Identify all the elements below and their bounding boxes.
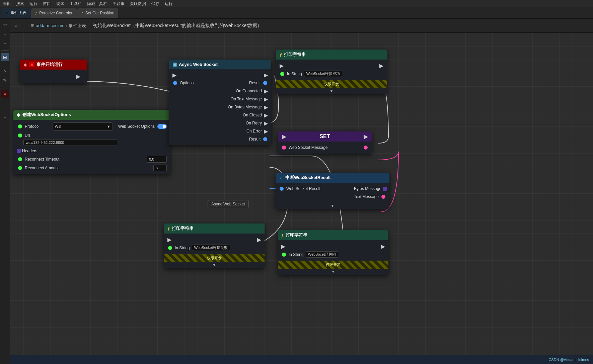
break-ws-result-label: Web Socket Result bbox=[286, 186, 320, 191]
toolbar-back[interactable]: ← bbox=[1, 30, 9, 38]
menu-run[interactable]: 运行 bbox=[29, 1, 38, 7]
menu-window[interactable]: 窗口 bbox=[43, 1, 51, 7]
ws-options-collapse-arrow[interactable]: ▲ bbox=[90, 173, 94, 174]
toolbar-divider-3 bbox=[1, 87, 9, 87]
print3-title: 打印字符串 bbox=[286, 232, 307, 238]
print2-title: 打印字符串 bbox=[172, 225, 194, 232]
bc-forward-btn[interactable]: → bbox=[25, 23, 29, 28]
print3-dev-label: 仅限开发 bbox=[326, 262, 341, 267]
toolbar-pencil[interactable]: ✎ bbox=[1, 76, 9, 84]
tab-label-event-graph: 事件图表 bbox=[10, 10, 26, 16]
url-input[interactable] bbox=[23, 139, 117, 146]
break-ws-header: ↔ 中断WebSocketResult bbox=[276, 173, 389, 183]
protocol-value: WS bbox=[55, 124, 61, 128]
async-ws-on-retry-row: On Retry ▶ bbox=[169, 119, 271, 127]
ws-options-url-label-row: Url bbox=[17, 133, 30, 138]
set-ws-msg-left: Web Socket Message bbox=[281, 145, 328, 150]
menu-search[interactable]: 搜索 bbox=[16, 1, 24, 7]
toolbar-red-dot[interactable]: ● bbox=[1, 90, 9, 98]
async-ws-header: ▣ Async Web Socket bbox=[169, 60, 271, 69]
async-ws-on-bytes-msg-row: On Bytes Message ▶ bbox=[169, 103, 271, 111]
result2-label: Result bbox=[249, 137, 261, 142]
bc-star-icon[interactable]: ☆ bbox=[14, 23, 18, 28]
toolbar-bookmark[interactable]: ☆ bbox=[1, 21, 9, 29]
break-ws-result-row: Web Socket Result Bytes Message bbox=[276, 185, 389, 193]
menu-assoc-data[interactable]: 关联数据 bbox=[130, 1, 146, 7]
on-text-msg-exec: ▶ bbox=[263, 96, 269, 102]
tab-bar: ⊞ 事件图表 ƒ Perceive Controler ƒ Set Car Po… bbox=[0, 7, 593, 19]
set-exec-in: ▶ bbox=[281, 134, 287, 139]
on-closed-exec: ▶ bbox=[263, 112, 269, 118]
print3-dev-only: 仅限开发 bbox=[278, 261, 388, 269]
print1-dev-label: 仅限开发 bbox=[324, 82, 339, 87]
set-title: SET bbox=[319, 133, 330, 140]
print1-exec-in: ▶ bbox=[279, 63, 284, 68]
bc-grid-icon[interactable]: ⊞ bbox=[31, 23, 34, 28]
toolbar-grid[interactable]: ⊞ bbox=[1, 53, 9, 61]
print2-header: ƒ 打印字符串 bbox=[164, 223, 265, 234]
headers-icon bbox=[17, 149, 21, 153]
url-input-wrapper bbox=[23, 139, 117, 146]
menu-assoc-event[interactable]: 关联事 bbox=[113, 1, 125, 7]
print2-instring-label: In String bbox=[175, 246, 190, 250]
tooltip-text: Async Web Socket bbox=[211, 202, 245, 206]
options-pin bbox=[173, 81, 177, 85]
tab-label-perceive: Perceive Controler bbox=[39, 11, 72, 15]
menu-bar: 编辑 搜索 运行 窗口 调试 工具栏 隐藏工具栏 关联事 关联数据 保存 运行 bbox=[0, 0, 593, 7]
tab-set-car[interactable]: ƒ Set Car Position bbox=[77, 8, 119, 18]
on-connected-exec: ▶ bbox=[263, 88, 269, 94]
reconnect-amount-pin bbox=[18, 166, 22, 170]
node-event-start: ◆ ■ 事件开始运行 ▶ bbox=[20, 60, 87, 83]
tab-perceive[interactable]: ƒ Perceive Controler bbox=[31, 8, 77, 18]
reconnect-timeout-input[interactable] bbox=[147, 156, 167, 163]
print2-instring-pin bbox=[168, 246, 172, 250]
canvas[interactable]: 🕐 ◆ ■ 事件开始运行 ▶ ◈ 创建WebSocketOptions Prot… bbox=[10, 33, 593, 355]
menu-hide-toolbar[interactable]: 隐藏工具栏 bbox=[87, 1, 107, 7]
toolbar-forward[interactable]: → bbox=[1, 39, 9, 48]
reconnect-amount-label: Reconnect Amount bbox=[25, 166, 153, 170]
toolbar-minus[interactable]: − bbox=[1, 104, 9, 112]
bc-home[interactable]: addam-cesium bbox=[36, 23, 64, 28]
result-label: Result bbox=[249, 81, 261, 85]
print2-exec-out: ▶ bbox=[256, 237, 262, 242]
on-error-exec: ▶ bbox=[263, 128, 269, 134]
ws-options-output-label: Web Socket Options bbox=[118, 124, 155, 129]
reconnect-timeout-label: Reconnect Timeout bbox=[25, 157, 147, 162]
print3-exec-out: ▶ bbox=[380, 244, 386, 249]
on-text-message-label: On Text Message bbox=[231, 97, 262, 101]
print2-collapse-arrow[interactable]: ▼ bbox=[164, 262, 265, 268]
print1-func-icon: ƒ bbox=[280, 52, 282, 57]
result-pin-group: Result bbox=[249, 81, 269, 85]
print3-exec-in: ▶ bbox=[281, 244, 286, 249]
print3-instring-pin bbox=[282, 253, 286, 257]
toolbar-plus[interactable]: + bbox=[1, 113, 9, 121]
event-start-body: ▶ bbox=[20, 70, 87, 83]
ws-options-toggle[interactable] bbox=[157, 124, 167, 129]
tab-event-graph[interactable]: ⊞ 事件图表 bbox=[1, 8, 30, 18]
break-ws-expand-arrow[interactable]: ▼ bbox=[276, 203, 389, 209]
menu-edit[interactable]: 编辑 bbox=[3, 1, 11, 7]
break-ws-title: 中断WebSocketResult bbox=[285, 175, 331, 181]
print3-instring-label: In String bbox=[289, 252, 304, 257]
result-out-pin bbox=[263, 81, 267, 85]
tab-label-set-car: Set Car Position bbox=[85, 11, 115, 15]
menu-toolbar[interactable]: 工具栏 bbox=[70, 1, 82, 7]
reconnect-amount-input[interactable] bbox=[153, 165, 167, 171]
print1-title: 打印字符串 bbox=[284, 52, 306, 58]
bc-back-btn[interactable]: ← bbox=[19, 23, 24, 28]
break-ws-result-left: Web Socket Result bbox=[278, 186, 320, 191]
set-ws-message-row: Web Socket Message bbox=[278, 144, 372, 152]
ws-options-icon: ◈ bbox=[17, 112, 20, 117]
protocol-dropdown[interactable]: WS ▼ bbox=[53, 122, 113, 130]
toolbar-select[interactable]: ↖ bbox=[1, 67, 9, 75]
menu-save[interactable]: 保存 bbox=[151, 1, 159, 7]
print3-instring-row: In String WebSocet已关闭 bbox=[278, 250, 388, 259]
break-ws-body: Web Socket Result Bytes Message Text Mes… bbox=[276, 183, 389, 203]
async-ws-result-bottom-row: Result bbox=[169, 135, 271, 143]
on-bytes-msg-exec: ▶ bbox=[263, 104, 269, 110]
print1-collapse-arrow[interactable]: ▼ bbox=[276, 88, 387, 94]
menu-run2[interactable]: 运行 bbox=[165, 1, 173, 7]
exec-arrow-right: ▶ bbox=[76, 74, 81, 79]
print3-collapse-arrow[interactable]: ▼ bbox=[278, 269, 388, 275]
menu-debug[interactable]: 调试 bbox=[56, 1, 64, 7]
